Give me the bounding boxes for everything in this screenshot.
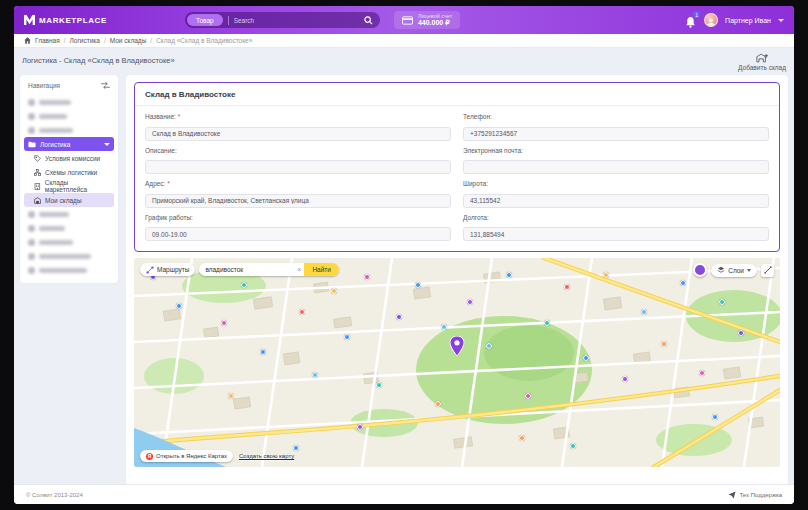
map-poi-marker[interactable]: [564, 284, 570, 290]
map-poi-marker[interactable]: [712, 414, 718, 420]
map-poi-marker[interactable]: [435, 401, 441, 407]
field-latitude: Широта:: [463, 180, 769, 208]
search-input[interactable]: [234, 17, 364, 24]
map-poi-marker[interactable]: [364, 274, 370, 280]
map-search-input[interactable]: [199, 263, 294, 276]
avatar[interactable]: [704, 13, 718, 27]
map-poi-marker[interactable]: [525, 393, 531, 399]
sidebar-item-marketplace-warehouses[interactable]: Склады маркетплейса: [24, 179, 114, 193]
sidebar-item-redacted[interactable]: [24, 95, 114, 109]
map-poi-marker[interactable]: [486, 343, 492, 349]
field-schedule-label: График работы:: [145, 214, 193, 221]
sidebar-item-redacted[interactable]: [24, 235, 114, 249]
map-widget[interactable]: Маршруты × Найти: [134, 258, 780, 467]
sidebar-item-commission-terms[interactable]: Условия комиссии: [24, 151, 114, 165]
map-poi-marker[interactable]: [344, 334, 350, 340]
map-poi-marker[interactable]: [415, 282, 421, 288]
field-name-label: Название:: [145, 113, 176, 120]
map-poi-marker[interactable]: [641, 309, 647, 315]
map-poi-marker[interactable]: [260, 349, 266, 355]
address-input[interactable]: [145, 194, 451, 208]
latitude-input[interactable]: [463, 194, 769, 208]
map-find-button[interactable]: Найти: [304, 263, 339, 276]
map-poi-marker[interactable]: [312, 372, 318, 378]
phone-input[interactable]: [463, 127, 769, 141]
map-poi-marker[interactable]: [519, 435, 525, 441]
search-category-button[interactable]: Товар: [187, 14, 223, 26]
map-poi-marker[interactable]: [228, 393, 234, 399]
sidebar-item-redacted[interactable]: [24, 109, 114, 123]
balance-amount: 440.000 ₽: [418, 19, 452, 27]
map-poi-marker[interactable]: [221, 320, 227, 326]
map-poi-marker[interactable]: [376, 382, 382, 388]
map-poi-marker[interactable]: [622, 376, 628, 382]
sidebar-item-logistics-schemes[interactable]: Схемы логистики: [24, 165, 114, 179]
routes-button[interactable]: Маршруты: [140, 263, 195, 276]
add-warehouse-button[interactable]: Добавить склад: [738, 53, 786, 71]
map-search-clear-icon[interactable]: ×: [294, 263, 304, 276]
map-poi-marker[interactable]: [441, 324, 447, 330]
map-poi-marker[interactable]: [241, 282, 247, 288]
warehouse-map-pin[interactable]: [450, 336, 465, 356]
page-title: Логистика - Склад «Склад в Владивостоке»: [22, 53, 175, 65]
create-own-map-link[interactable]: Создать свою карту: [239, 453, 294, 459]
redacted-icon: [28, 99, 35, 106]
map-poi-marker[interactable]: [680, 280, 686, 286]
search-icon[interactable]: [364, 16, 373, 25]
map-poi-marker[interactable]: [719, 299, 725, 305]
sidebar-item-redacted[interactable]: [24, 221, 114, 235]
field-phone: Телефон:: [463, 113, 769, 141]
map-poi-marker[interactable]: [506, 272, 512, 278]
marketplace-logo[interactable]: MARKETPLACE: [24, 15, 107, 25]
ruler-icon: [764, 266, 772, 274]
email-input[interactable]: [463, 160, 769, 174]
sidebar-item-redacted[interactable]: [24, 263, 114, 277]
support-plane-icon: [728, 491, 736, 499]
open-in-yandex-maps-link[interactable]: Я Открыть в Яндекс Картах: [140, 450, 233, 462]
sidebar-item-logistics[interactable]: Логистика: [24, 137, 114, 151]
breadcrumb-logistics[interactable]: Логистика: [70, 37, 100, 44]
map-poi-marker[interactable]: [544, 320, 550, 326]
map-layers-button[interactable]: Слои: [711, 264, 757, 277]
breadcrumb-warehouses[interactable]: Мои склады: [110, 37, 147, 44]
schedule-input[interactable]: [145, 227, 451, 241]
breadcrumb-home[interactable]: Главная: [35, 37, 60, 44]
map-poi-marker[interactable]: [603, 272, 609, 278]
collapse-sidebar-icon[interactable]: [101, 82, 110, 89]
map-ruler-button[interactable]: [761, 264, 774, 277]
tech-support-link[interactable]: Тех Поддержка: [728, 491, 782, 499]
field-address: Адрес: *: [145, 180, 451, 208]
balance-texts: Лицевой счет 440.000 ₽: [418, 13, 452, 27]
longitude-input[interactable]: [463, 227, 769, 241]
map-poi-marker[interactable]: [299, 309, 305, 315]
map-poi-marker[interactable]: [331, 288, 337, 294]
sidebar-title: Навигация: [28, 82, 60, 89]
sidebar-item-redacted[interactable]: [24, 123, 114, 137]
sidebar-item-my-warehouses[interactable]: Мои склады: [24, 193, 114, 207]
tech-support-label: Тех Поддержка: [739, 492, 782, 498]
name-input[interactable]: [145, 127, 451, 141]
map-poi-marker[interactable]: [570, 443, 576, 449]
map-poi-marker[interactable]: [176, 303, 182, 309]
sidebar-nav: Навигация: [20, 75, 118, 283]
warehouse-form-card: Склад в Владивостоке Название: * Описани…: [134, 82, 780, 252]
map-poi-marker[interactable]: [738, 330, 744, 336]
map-poi-marker[interactable]: [699, 370, 705, 376]
map-poi-marker[interactable]: [357, 424, 363, 430]
description-input[interactable]: [145, 160, 451, 174]
search-divider: [228, 16, 229, 25]
user-menu-caret-icon[interactable]: [778, 19, 784, 22]
map-poi-marker[interactable]: [396, 314, 402, 320]
balance-chip[interactable]: Лицевой счет 440.000 ₽: [394, 11, 460, 29]
home-icon[interactable]: [24, 37, 31, 44]
map-poi-marker[interactable]: [583, 355, 589, 361]
yandex-logo-icon: Я: [146, 453, 153, 460]
sidebar-item-redacted[interactable]: [24, 207, 114, 221]
sidebar-item-redacted[interactable]: [24, 249, 114, 263]
map-poi-marker[interactable]: [661, 341, 667, 347]
map-poi-marker[interactable]: [467, 299, 473, 305]
map-traffic-button[interactable]: [693, 263, 707, 277]
notifications-button[interactable]: 1: [685, 14, 697, 26]
logo-text: MARKETPLACE: [39, 16, 107, 25]
user-name[interactable]: Партнер Иван: [725, 17, 771, 24]
